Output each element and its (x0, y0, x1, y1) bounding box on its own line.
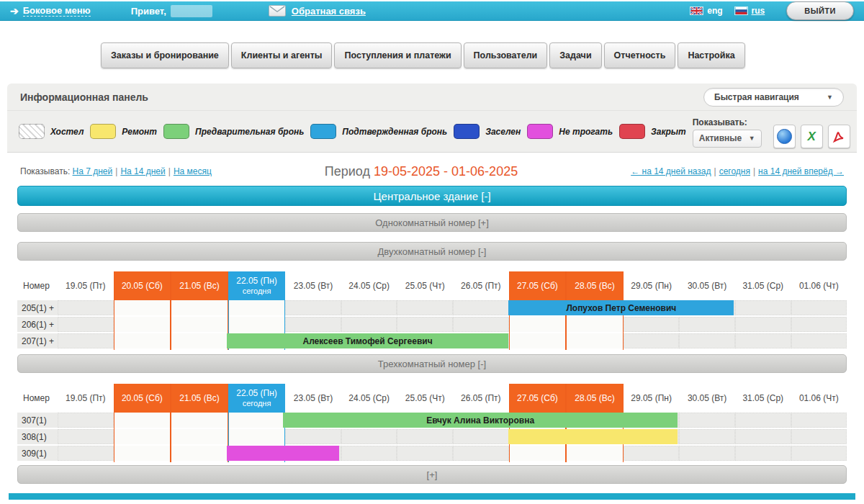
calendar-cell[interactable] (567, 317, 623, 332)
calendar-cell[interactable] (567, 446, 623, 461)
calendar-cell[interactable] (510, 446, 566, 461)
calendar-cell[interactable] (285, 300, 341, 315)
range-link-1[interactable]: На 14 дней (120, 166, 165, 176)
calendar-cell[interactable] (791, 429, 847, 444)
period-nav-link-2[interactable]: на 14 дней вперёд → (758, 166, 844, 176)
calendar-cell[interactable] (229, 317, 285, 332)
calendar-cell[interactable] (397, 317, 453, 332)
range-link-0[interactable]: На 7 дней (73, 166, 113, 176)
calendar-cell[interactable] (114, 413, 171, 428)
calendar-cell[interactable] (735, 413, 791, 428)
calendar-cell[interactable] (341, 317, 397, 332)
range-link-2[interactable]: На месяц (174, 166, 212, 176)
calendar-cell[interactable] (679, 429, 735, 444)
calendar-cell[interactable] (229, 300, 285, 315)
period-nav-link-1[interactable]: сегодня (719, 166, 750, 176)
calendar-cell[interactable] (397, 429, 453, 444)
pdf-export-icon[interactable] (828, 125, 850, 148)
booking-bar[interactable]: Алексеев Тимофей Сергеевич (227, 333, 508, 348)
tab-settings[interactable]: Настройка (678, 42, 744, 68)
tab-users[interactable]: Пользователи (464, 42, 548, 68)
calendar-cell[interactable] (735, 317, 791, 332)
room-label[interactable]: 308(1) (17, 429, 58, 444)
tab-payments[interactable]: Поступления и платежи (334, 42, 461, 68)
calendar-cell[interactable] (341, 446, 397, 461)
calendar-cell[interactable] (510, 317, 566, 332)
roomtype-two-room-header[interactable]: Двухкомнатный номер [-] (17, 242, 847, 261)
booking-bar[interactable]: Лопухов Петр Семенович (508, 300, 734, 315)
logout-button[interactable]: ВЫЙТИ (786, 1, 854, 20)
calendar-cell[interactable] (453, 300, 509, 315)
calendar-cell[interactable] (171, 446, 228, 461)
excel-export-icon[interactable]: X (801, 125, 823, 148)
calendar-cell[interactable] (171, 300, 228, 315)
room-label[interactable]: 206(1) + (17, 317, 58, 332)
calendar-cell[interactable] (791, 333, 847, 348)
tab-orders[interactable]: Заказы и бронирование (101, 42, 229, 68)
roomtype-three-room-header[interactable]: Трехкомнатный номер [-] (17, 354, 847, 373)
calendar-cell[interactable] (171, 317, 228, 332)
calendar-cell[interactable] (735, 429, 791, 444)
calendar-cell[interactable] (735, 333, 791, 348)
roomtype-one-room-header[interactable]: Однокомнатный номер [+] (17, 213, 847, 232)
room-label[interactable]: 205(1) + (17, 300, 58, 315)
feedback-link[interactable]: Обратная связь (292, 6, 366, 17)
calendar-cell[interactable] (791, 300, 847, 315)
calendar-cell[interactable] (679, 413, 735, 428)
calendar-cell[interactable] (567, 333, 623, 348)
lang-rus-link[interactable]: rus (734, 6, 765, 16)
calendar-cell[interactable] (679, 333, 735, 348)
calendar-cell[interactable] (679, 446, 735, 461)
calendar-cell[interactable] (58, 300, 114, 315)
status-filter-select[interactable]: Активные ▼ (693, 130, 762, 148)
calendar-cell[interactable] (453, 317, 509, 332)
calendar-cell[interactable] (285, 429, 341, 444)
calendar-cell[interactable] (791, 317, 847, 332)
calendar-cell[interactable] (171, 413, 228, 428)
calendar-cell[interactable] (114, 446, 171, 461)
calendar-cell[interactable] (114, 300, 171, 315)
room-label[interactable]: 307(1) (17, 413, 58, 428)
calendar-cell[interactable] (171, 429, 228, 444)
calendar-cell[interactable] (679, 317, 735, 332)
tab-tasks[interactable]: Задачи (549, 42, 601, 68)
calendar-cell[interactable] (229, 413, 285, 428)
calendar-cell[interactable] (510, 333, 566, 348)
web-export-icon[interactable] (773, 125, 796, 148)
calendar-cell[interactable] (171, 333, 228, 348)
calendar-cell[interactable] (397, 446, 453, 461)
calendar-cell[interactable] (285, 317, 341, 332)
calendar-cell[interactable] (624, 446, 680, 461)
building-other-header[interactable]: [+] (17, 465, 847, 484)
calendar-cell[interactable] (791, 446, 847, 461)
calendar-cell[interactable] (453, 429, 509, 444)
building-central-header[interactable]: Центральное здание [-] (17, 186, 847, 206)
tab-reports[interactable]: Отчетность (604, 42, 676, 68)
calendar-cell[interactable] (58, 333, 114, 348)
calendar-cell[interactable] (397, 300, 453, 315)
booking-bar[interactable] (227, 446, 340, 461)
sidebar-menu-button[interactable]: Боковое меню (23, 5, 91, 17)
tab-clients[interactable]: Клиенты и агенты (231, 42, 333, 68)
calendar-cell[interactable] (453, 446, 509, 461)
period-nav-link-0[interactable]: ← на 14 дней назад (631, 166, 711, 176)
calendar-cell[interactable] (58, 429, 114, 444)
room-label[interactable]: 309(1) (17, 446, 58, 461)
calendar-cell[interactable] (624, 317, 680, 332)
calendar-cell[interactable] (791, 413, 847, 428)
calendar-cell[interactable] (229, 429, 285, 444)
calendar-cell[interactable] (58, 317, 114, 332)
booking-bar[interactable] (508, 429, 678, 444)
calendar-cell[interactable] (341, 429, 397, 444)
calendar-cell[interactable] (114, 429, 171, 444)
calendar-cell[interactable] (114, 317, 171, 332)
lang-eng-link[interactable]: eng (690, 6, 722, 16)
quick-nav-select[interactable]: Быстрая навигация ▼ (703, 88, 844, 107)
calendar-cell[interactable] (341, 300, 397, 315)
calendar-cell[interactable] (624, 333, 680, 348)
calendar-cell[interactable] (735, 300, 791, 315)
booking-bar[interactable]: Евчук Алина Викторовна (283, 413, 678, 428)
room-label[interactable]: 207(1) + (17, 333, 58, 348)
calendar-cell[interactable] (114, 333, 171, 348)
calendar-cell[interactable] (58, 446, 114, 461)
